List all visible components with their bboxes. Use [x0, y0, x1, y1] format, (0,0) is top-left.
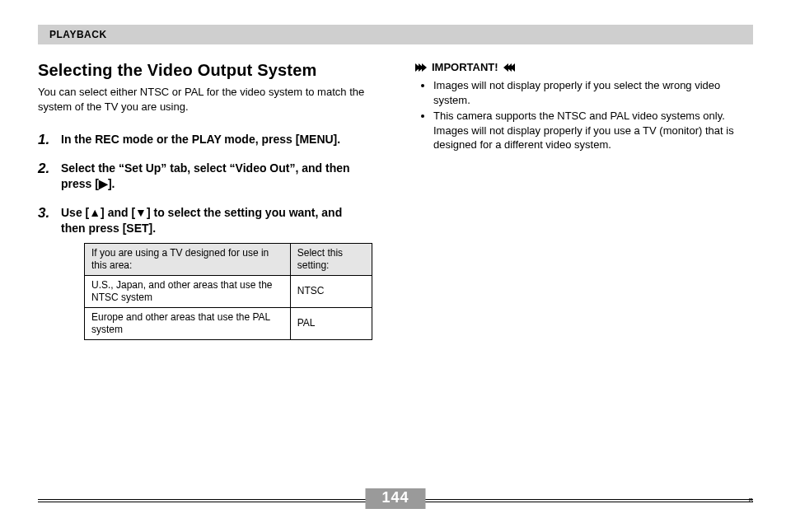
table-cell: PAL — [290, 307, 372, 339]
arrows-left-icon — [503, 63, 513, 72]
right-column: IMPORTANT! Images will not display prope… — [417, 56, 753, 353]
section-header: PLAYBACK — [38, 25, 753, 44]
step-item: 3. Use [▲] and [▼] to select the setting… — [38, 205, 367, 340]
table-cell: NTSC — [290, 275, 372, 307]
intro-text: You can select either NTSC or PAL for th… — [38, 85, 367, 114]
important-bullets: Images will not display properly if you … — [417, 78, 753, 152]
step-text: Use [▲] and [▼] to select the setting yo… — [61, 206, 342, 235]
table-cell: U.S., Japan, and other areas that use th… — [85, 275, 291, 307]
table-header-cell: Select this setting: — [290, 243, 372, 275]
step-number: 1. — [38, 131, 49, 150]
bullet-item: This camera supports the NTSC and PAL vi… — [433, 109, 753, 152]
page-number: 144 — [365, 488, 425, 509]
table-row: U.S., Japan, and other areas that use th… — [85, 275, 372, 307]
content-columns: Selecting the Video Output System You ca… — [38, 56, 753, 353]
manual-page: PLAYBACK Selecting the Video Output Syst… — [38, 25, 753, 516]
important-label: IMPORTANT! — [432, 61, 498, 73]
arrows-right-icon — [417, 63, 427, 72]
footer-mark: B — [749, 497, 753, 504]
settings-table: If you are using a TV designed for use i… — [84, 243, 372, 340]
step-number: 3. — [38, 204, 49, 223]
step-item: 2. Select the “Set Up” tab, select “Vide… — [38, 161, 367, 192]
step-number: 2. — [38, 160, 49, 179]
step-text: Select the “Set Up” tab, select “Video O… — [61, 161, 350, 190]
bullet-item: Images will not display properly if you … — [433, 78, 753, 107]
important-heading: IMPORTANT! — [417, 61, 753, 73]
page-title: Selecting the Video Output System — [38, 61, 367, 80]
table-header-cell: If you are using a TV designed for use i… — [85, 243, 291, 275]
section-header-label: PLAYBACK — [49, 29, 107, 40]
table-cell: Europe and other areas that use the PAL … — [85, 307, 291, 339]
steps-list: 1. In the REC mode or the PLAY mode, pre… — [38, 132, 367, 339]
step-text: In the REC mode or the PLAY mode, press … — [61, 133, 340, 146]
step-item: 1. In the REC mode or the PLAY mode, pre… — [38, 132, 367, 147]
left-column: Selecting the Video Output System You ca… — [38, 56, 367, 353]
table-row: Europe and other areas that use the PAL … — [85, 307, 372, 339]
